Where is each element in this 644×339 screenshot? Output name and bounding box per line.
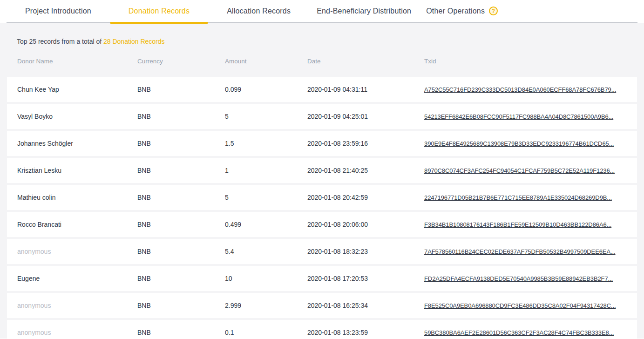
date-cell: 2020-01-08 13:23:59: [307, 329, 424, 336]
txid-link[interactable]: A752C55C716FD239C333DC5013D84E0A060ECFF6…: [424, 86, 616, 93]
date-cell: 2020-01-09 04:31:11: [307, 86, 424, 93]
currency-cell: BNB: [137, 140, 225, 147]
date-cell: 2020-01-08 16:25:34: [307, 302, 424, 309]
donor-name: Vasyl Boyko: [17, 113, 137, 120]
date-cell: 2020-01-08 17:20:53: [307, 275, 424, 282]
donor-name: anonymous: [17, 329, 137, 336]
tab-end-beneficiary-distribution[interactable]: End-Beneficiary Distribution: [309, 0, 419, 22]
tab-label: Allocation Records: [227, 7, 291, 15]
txid-link[interactable]: 59BC380BA6AEF2E28601D56C363CF2F3AC28F4C7…: [424, 329, 614, 336]
table-row: anonymous BNB 5.4 2020-01-08 18:32:23 7A…: [7, 239, 637, 264]
tab-label: End-Beneficiary Distribution: [317, 7, 411, 15]
summary-total-link[interactable]: 28 Donation Records: [103, 38, 165, 45]
table-row: anonymous BNB 0.1 2020-01-08 13:23:59 59…: [7, 320, 637, 339]
top-navbar: Project Introduction Donation Records Al…: [0, 0, 644, 23]
column-header-amount: Amount: [225, 58, 307, 65]
txid-link[interactable]: 390E9E4F8E4925689C13908E79B3D33EDC923319…: [424, 140, 614, 147]
currency-cell: BNB: [137, 329, 225, 336]
tab-label: Other Operations: [426, 7, 485, 15]
currency-cell: BNB: [137, 113, 225, 120]
currency-cell: BNB: [137, 86, 225, 93]
donor-name: anonymous: [17, 248, 137, 255]
txid-link[interactable]: 2247196771D05B21B7B6E771C715EE8789A1E335…: [424, 194, 612, 201]
table-row: Mathieu colin BNB 5 2020-01-08 20:42:59 …: [7, 185, 637, 210]
donor-name: anonymous: [17, 302, 137, 309]
table-header: Donor Name Currency Amount Date Txid: [7, 56, 637, 66]
currency-cell: BNB: [137, 221, 225, 228]
question-icon[interactable]: ?: [489, 7, 498, 15]
currency-cell: BNB: [137, 275, 225, 282]
column-header-donor-name: Donor Name: [17, 58, 137, 65]
tab-allocation-records[interactable]: Allocation Records: [208, 0, 309, 22]
records-summary: Top 25 records from a total of 28 Donati…: [17, 23, 627, 46]
table-row: Rocco Brancati BNB 0.499 2020-01-08 20:0…: [7, 212, 637, 237]
amount-cell: 0.099: [225, 86, 307, 93]
donor-name: Johannes Schögler: [17, 140, 137, 147]
content-area: Top 25 records from a total of 28 Donati…: [0, 23, 644, 339]
date-cell: 2020-01-08 21:40:25: [307, 167, 424, 174]
table-row: anonymous BNB 2.999 2020-01-08 16:25:34 …: [7, 293, 637, 318]
currency-cell: BNB: [137, 194, 225, 201]
tab-label: Project Introduction: [25, 7, 91, 15]
amount-cell: 1.5: [225, 140, 307, 147]
amount-cell: 10: [225, 275, 307, 282]
table-row: Vasyl Boyko BNB 5 2020-01-09 04:25:01 54…: [7, 104, 637, 129]
donor-name: Krisztian Lesku: [17, 167, 137, 174]
txid-link[interactable]: F8E525C0A9EB0A696880CD9FC3E486DD35C8A02F…: [424, 302, 616, 309]
amount-cell: 5: [225, 113, 307, 120]
table-row: Krisztian Lesku BNB 1 2020-01-08 21:40:2…: [7, 158, 637, 183]
amount-cell: 0.499: [225, 221, 307, 228]
date-cell: 2020-01-08 20:06:00: [307, 221, 424, 228]
currency-cell: BNB: [137, 302, 225, 309]
tab-other-operations[interactable]: Other Operations ?: [419, 0, 505, 22]
date-cell: 2020-01-09 04:25:01: [307, 113, 424, 120]
txid-link[interactable]: 8970C8C074CF3AFC254FC94054C1FCAF759B5C72…: [424, 167, 615, 174]
date-cell: 2020-01-08 23:59:16: [307, 140, 424, 147]
currency-cell: BNB: [137, 167, 225, 174]
column-header-date: Date: [307, 58, 424, 65]
date-cell: 2020-01-08 18:32:23: [307, 248, 424, 255]
amount-cell: 0.1: [225, 329, 307, 336]
tab-donation-records[interactable]: Donation Records: [110, 0, 208, 22]
table-row: Johannes Schögler BNB 1.5 2020-01-08 23:…: [7, 131, 637, 156]
amount-cell: 1: [225, 167, 307, 174]
table-body: Chun Kee Yap BNB 0.099 2020-01-09 04:31:…: [7, 77, 637, 339]
donor-name: Mathieu colin: [17, 194, 137, 201]
txid-link[interactable]: 54213EFF6842E6B08FCC90F5117FC988BA4A04D8…: [424, 113, 613, 120]
currency-cell: BNB: [137, 248, 225, 255]
column-header-currency: Currency: [137, 58, 225, 65]
donor-name: Rocco Brancati: [17, 221, 137, 228]
donor-name: Chun Kee Yap: [17, 86, 137, 93]
table-row: Eugene BNB 10 2020-01-08 17:20:53 FD2A25…: [7, 266, 637, 291]
txid-link[interactable]: FD2A25DFA4ECFA9138DED5E70540A9985B3B59E8…: [424, 275, 613, 282]
amount-cell: 2.999: [225, 302, 307, 309]
donor-name: Eugene: [17, 275, 137, 282]
amount-cell: 5: [225, 194, 307, 201]
amount-cell: 5.4: [225, 248, 307, 255]
nav-tabs: Project Introduction Donation Records Al…: [7, 0, 637, 23]
date-cell: 2020-01-08 20:42:59: [307, 194, 424, 201]
txid-link[interactable]: 7AF578560116B24CEC02EDE637AF75DFB50532B4…: [424, 248, 616, 255]
column-header-txid: Txid: [424, 58, 637, 65]
tab-project-introduction[interactable]: Project Introduction: [7, 0, 110, 22]
summary-text: Top 25 records from a total of: [17, 38, 103, 45]
tab-label: Donation Records: [129, 7, 190, 15]
txid-link[interactable]: F3B34B1B10808176143F186B1FE59E12509B10D4…: [424, 221, 611, 228]
table-row: Chun Kee Yap BNB 0.099 2020-01-09 04:31:…: [7, 77, 637, 102]
